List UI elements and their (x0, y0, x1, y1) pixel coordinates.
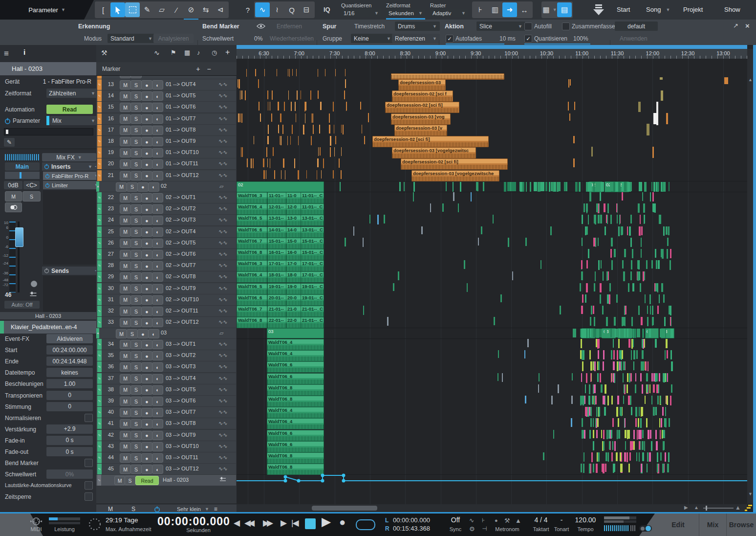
stamp-tool[interactable]: ⊟ (299, 2, 314, 17)
scroll-down-icon[interactable]: ▼ (748, 491, 753, 496)
event-prop-value[interactable]: Aktivieren (46, 334, 93, 343)
record-button[interactable]: ● (141, 239, 152, 248)
fader-value[interactable]: 46 (5, 291, 11, 298)
tonart-value[interactable]: - (552, 516, 571, 524)
record-button[interactable]: ● (141, 340, 152, 349)
mix-view-button[interactable]: Mix (699, 514, 726, 536)
quantize-tool[interactable]: Q (284, 2, 299, 17)
folder-name[interactable]: 02 (161, 183, 167, 189)
record-button[interactable]: ● (141, 284, 152, 293)
record-ready-icon[interactable] (88, 517, 102, 531)
audio-clip[interactable]: doepfersession-02 [sci f (392, 90, 453, 102)
monitor-button[interactable]: ◐ (152, 193, 163, 202)
trim-tool[interactable]: [ (96, 2, 110, 17)
audio-clip[interactable]: WaldT06_7 (237, 238, 267, 249)
mute-button[interactable]: M (120, 340, 131, 349)
audio-clip[interactable]: WaldT06_8 (237, 317, 267, 328)
track-row[interactable]: ∿20MS●◐01 --> OUT11∿∿ (96, 158, 236, 169)
bend-tool[interactable]: ⇆ (198, 2, 213, 17)
record-button[interactable]: ● (141, 408, 152, 417)
track-row[interactable]: ∿23MS●◐02 --> OUT2∿∿ (96, 203, 236, 214)
detach-icon[interactable]: ↗ (733, 22, 738, 29)
solo-button[interactable]: S (130, 307, 142, 316)
solo-button[interactable]: S (130, 385, 142, 395)
record-button[interactable]: ● (141, 137, 152, 146)
audio-clip[interactable]: 21-01--_C (301, 306, 324, 317)
quantize-dropdown[interactable]: Quantisieren 1/16▼ (341, 1, 381, 19)
audio-clip[interactable]: doepfersession-03 [vogelgezwitsc (392, 147, 476, 158)
vertical-scrollbar[interactable]: ▲ ▼ (747, 49, 753, 504)
track-name[interactable]: 03 --> OUT10 (166, 443, 199, 449)
folder-track-row[interactable]: ▲MS●◐03▱ (96, 328, 236, 338)
monitor-button[interactable]: ◐ (152, 453, 163, 463)
track-row[interactable]: ∿37MS●◐03 --> OUT4∿∿ (96, 373, 236, 384)
performance-meter[interactable] (49, 517, 80, 520)
pattern-icon[interactable]: ▦ (184, 49, 190, 56)
monitor-button[interactable]: ◐ (152, 465, 163, 474)
global-power-icon[interactable] (154, 506, 160, 513)
monitor-button[interactable]: ◐ (152, 408, 163, 417)
folder-clip-03[interactable]: 03 (267, 328, 324, 338)
track-name[interactable]: 01 --> OUT9 (166, 138, 195, 144)
track-row[interactable]: ∿44MS●◐03 --> OUT11∿∿ (96, 452, 236, 463)
track-row[interactable]: ∿27MS●◐02 --> OUT6∿∿ (96, 249, 236, 260)
audio-clip[interactable]: 17-0 (286, 260, 301, 271)
monitor-button[interactable]: ◐ (152, 103, 163, 112)
monitor-button[interactable]: ◐ (152, 239, 163, 248)
metronome-setup-icon[interactable]: ⚒ (504, 517, 510, 524)
record-button[interactable]: ● (141, 295, 152, 305)
wiederherstellen-button[interactable]: Wiederherstellen (270, 35, 314, 42)
output-main-button[interactable]: Main (5, 162, 40, 171)
audio-clip[interactable]: 21-0 (286, 306, 301, 317)
record-button[interactable]: ● (141, 80, 152, 89)
audio-clip[interactable]: WaldT06_7 (237, 306, 267, 317)
track-row[interactable]: ∿26MS●◐02 --> OUT5∿∿ (96, 238, 236, 248)
track-name[interactable]: 02 --> OUT3 (166, 217, 195, 223)
audio-clip[interactable]: 20-0 (286, 294, 301, 306)
track-name[interactable]: 03 --> OUT11 (166, 454, 198, 460)
slice-dropdown[interactable]: Slice▼ (476, 22, 525, 31)
solo-button[interactable]: S (130, 250, 142, 259)
click-toggle[interactable] (639, 525, 652, 532)
folder-clip-02[interactable]: 02 (237, 181, 324, 192)
audio-clip[interactable]: WaldT06_5 (237, 283, 267, 294)
solo-button[interactable]: S (130, 284, 142, 293)
audio-clip[interactable]: 19-01--_C (301, 283, 324, 294)
track-name[interactable]: 02 --> OUT11 (166, 308, 198, 313)
track-name[interactable]: 03 --> OUT4 (166, 375, 195, 381)
track-row[interactable]: ∿30MS●◐02 --> OUT9∿∿ (96, 283, 236, 294)
solo-button[interactable]: S (127, 329, 138, 338)
tempo-value[interactable]: 120.00 (573, 516, 598, 524)
track-name[interactable]: 01 --> OUT8 (166, 127, 195, 133)
forward-button[interactable]: ▶▶ (263, 518, 271, 528)
quantisieren-checkbox[interactable]: ✓ (524, 35, 532, 43)
metronome-dot-icon[interactable]: ● (495, 517, 498, 523)
track-row[interactable]: ∿43MS●◐03 --> OUT10∿∿ (96, 441, 236, 452)
audio-clip[interactable]: WaldT06_3 (237, 192, 267, 203)
close-icon[interactable]: × (745, 22, 750, 30)
punch-in-icon[interactable]: ⊦ (482, 517, 485, 524)
audio-clip[interactable]: doepfersession-03 [v (394, 125, 447, 136)
auto-off-button[interactable]: Auto: Off (4, 301, 40, 309)
mute-button[interactable]: M (120, 114, 131, 124)
solo-button[interactable]: S (130, 453, 142, 463)
pan-value[interactable]: <C> (23, 181, 40, 189)
list-icon[interactable]: ≡ (214, 506, 217, 513)
event-prop-value[interactable]: 0 s (46, 436, 93, 445)
track-name[interactable]: 01 --> OUT7 (166, 115, 195, 121)
audio-clip[interactable]: WaldT06_8 (267, 452, 324, 464)
track-name[interactable]: 02 --> OUT8 (166, 273, 195, 279)
mute-button[interactable]: M (120, 159, 131, 169)
next-marker-button[interactable]: ▶ (281, 518, 287, 528)
automation-read-button[interactable]: Read (135, 476, 159, 485)
play-button[interactable]: ▶ (322, 514, 331, 529)
audio-clip[interactable]: 11-0 (286, 192, 301, 203)
event-prop-value[interactable]: 0 s (46, 447, 93, 456)
audio-clip[interactable]: 19-01--_C (301, 294, 324, 306)
global-solo-button[interactable]: S (131, 506, 135, 513)
autofill-checkbox[interactable] (524, 22, 532, 30)
audio-clip[interactable]: 16-01-- (267, 249, 286, 260)
mute-button[interactable]: M (114, 476, 125, 485)
audio-clip[interactable]: WaldT06_4 (267, 339, 324, 350)
track-name[interactable]: 03 --> OUT12 (166, 466, 199, 471)
